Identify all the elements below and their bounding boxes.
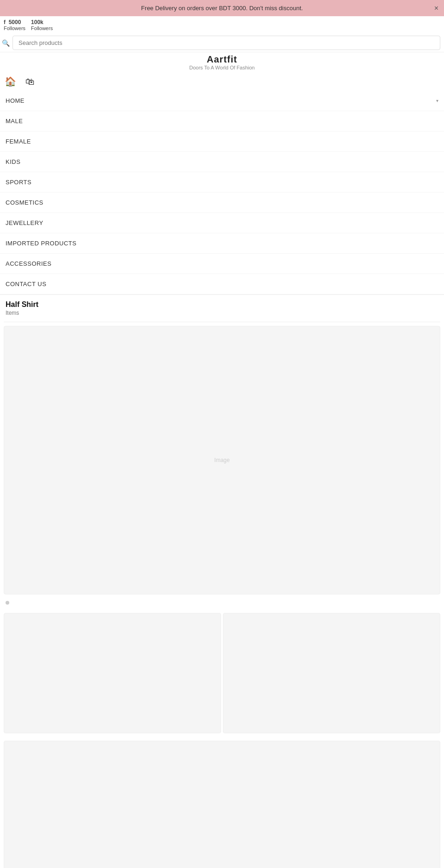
hero-image-placeholder: Image [4,326,440,594]
nav-label-sports: SPORTS [6,179,31,186]
search-icon: 🔍 [2,39,10,47]
product-image-2 [223,613,440,733]
icons-row: 🏠 🛍 [0,72,444,91]
featured-subtitle: Items [6,310,438,316]
header-top: 🔍 [0,34,444,52]
featured-section: Half Shirt Items [0,294,444,322]
nav-link-imported[interactable]: IMPORTED PRODUCTS [0,233,444,253]
announcement-text: Free Delivery on orders over BDT 3000. D… [141,5,303,12]
nav-link-female[interactable]: FEMALE [0,131,444,151]
nav-label-male: MALE [6,118,23,125]
search-input[interactable] [12,36,440,50]
content-area: Image [0,322,444,598]
nav-item-sports: SPORTS [0,172,444,193]
instagram-stat: 100k Followers [31,19,53,31]
nav-menu: HOME ▾ MALE FEMALE KIDS SPORTS [0,91,444,294]
social-stats-row: f 5000 Followers 100k Followers [0,16,444,34]
nav-link-cosmetics[interactable]: COSMETICS [0,193,444,212]
nav-item-female: FEMALE [0,131,444,152]
nav-item-cosmetics: COSMETICS [0,193,444,213]
instagram-followers-label: Followers [31,25,53,31]
nav-item-kids: KIDS [0,152,444,172]
nav-link-kids[interactable]: KIDS [0,152,444,172]
nav-link-contact[interactable]: CONTACT US [0,274,444,294]
brand-section: Aartfit Doors To A World Of Fashion [0,52,444,72]
facebook-stat: f 5000 Followers [4,19,25,31]
content-area-2 [0,737,444,868]
nav-item-accessories: ACCESSORIES [0,254,444,274]
nav-link-home[interactable]: HOME ▾ [0,91,444,111]
nav-item-jewellery: JEWELLERY [0,213,444,233]
nav-link-jewellery[interactable]: JEWELLERY [0,213,444,233]
facebook-followers-label: Followers [4,25,25,31]
main-nav: HOME ▾ MALE FEMALE KIDS SPORTS [0,91,444,294]
brand-name: Aartfit [207,54,237,65]
carousel-dot-1 [6,601,9,605]
nav-label-jewellery: JEWELLERY [6,219,43,226]
nav-label-female: FEMALE [6,138,31,145]
announcement-bar: Free Delivery on orders over BDT 3000. D… [0,0,444,16]
nav-item-home: HOME ▾ [0,91,444,111]
facebook-followers-count: f 5000 [4,19,25,25]
instagram-followers-count: 100k [31,19,53,25]
announcement-close-button[interactable]: × [434,4,438,12]
banner-image-placeholder [4,741,440,868]
product-image-1 [4,613,221,733]
product-grid-area [0,607,444,737]
nav-label-accessories: ACCESSORIES [6,260,51,267]
chevron-down-icon: ▾ [436,98,439,103]
product-image-row [4,613,440,733]
nav-item-imported: IMPORTED PRODUCTS [0,233,444,254]
nav-label-contact: CONTACT US [6,281,46,287]
carousel-dots [0,598,444,607]
nav-label-kids: KIDS [6,158,20,165]
nav-label-home: HOME [6,97,25,104]
nav-link-male[interactable]: MALE [0,111,444,131]
brand-tagline: Doors To A World Of Fashion [189,65,254,70]
cart-button[interactable]: 🛍 [25,75,36,88]
home-icon-button[interactable]: 🏠 [4,75,17,88]
nav-item-contact: CONTACT US [0,274,444,294]
nav-link-sports[interactable]: SPORTS [0,172,444,192]
nav-label-cosmetics: COSMETICS [6,199,43,206]
featured-title: Half Shirt [6,300,438,309]
nav-link-accessories[interactable]: ACCESSORIES [0,254,444,274]
nav-item-male: MALE [0,111,444,131]
nav-label-imported: IMPORTED PRODUCTS [6,240,76,247]
